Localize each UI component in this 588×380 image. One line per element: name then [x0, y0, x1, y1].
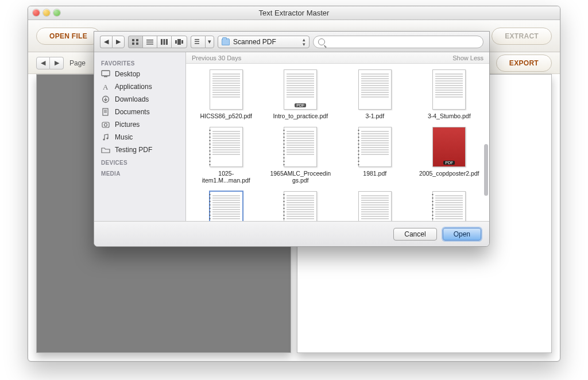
desktop-icon: [101, 70, 110, 78]
file-tile[interactable]: 1981.pdf: [338, 125, 412, 187]
svg-rect-7: [161, 39, 163, 45]
file-thumbnail: [210, 69, 243, 110]
file-name: 3-1.pdf: [362, 112, 388, 120]
export-button[interactable]: EXPORT: [496, 55, 552, 72]
svg-rect-16: [102, 71, 110, 76]
view-switch: [128, 36, 187, 48]
search-input[interactable]: [328, 38, 478, 46]
section-header-label: Previous 30 Days: [192, 55, 241, 61]
sidebar-item-label: Testing PDF: [115, 146, 152, 154]
svg-rect-1: [136, 39, 138, 41]
file-thumbnail: [210, 191, 243, 221]
svg-rect-2: [132, 42, 134, 45]
sidebar-item-label: Applications: [115, 83, 152, 91]
file-grid: HICSS86_p520.pdfPDFIntro_to_practice.pdf…: [189, 67, 486, 221]
forward-button[interactable]: ▶: [112, 36, 125, 48]
svg-rect-12: [181, 40, 183, 44]
arrange-button[interactable]: [191, 36, 205, 48]
file-tile[interactable]: PDFAaronPodeyEvaluation.pdf: [338, 189, 412, 221]
zoom-window-button[interactable]: [53, 9, 60, 16]
file-tile[interactable]: PDFIntro_to_practice.pdf: [264, 67, 338, 122]
scrollbar-thumb[interactable]: [484, 144, 488, 196]
file-tile[interactable]: 2013-01-15 AACTOR.pdf: [189, 189, 263, 221]
file-thumbnail: [284, 191, 317, 221]
search-field[interactable]: [313, 36, 483, 48]
sidebar-item-music[interactable]: Music: [94, 131, 185, 144]
column-view-button[interactable]: [157, 36, 171, 48]
sidebar-item-label: Desktop: [115, 70, 140, 78]
list-view-button[interactable]: [142, 36, 157, 48]
svg-rect-15: [195, 43, 199, 44]
file-thumbnail: [432, 191, 466, 221]
file-list: Previous 30 Days Show Less HICSS86_p520.…: [186, 52, 489, 221]
file-name: 1965AMLC_Proceedings.pdf: [266, 169, 335, 184]
history-nav: ◀ ▶: [100, 36, 125, 48]
back-button[interactable]: ◀: [100, 36, 112, 48]
svg-rect-8: [164, 39, 165, 45]
svg-point-22: [105, 123, 107, 126]
dialog-footer: Cancel Open: [94, 221, 489, 246]
extract-button[interactable]: EXTRACT: [492, 28, 552, 45]
sidebar-item-documents[interactable]: Documents: [94, 106, 185, 118]
open-button[interactable]: Open: [443, 228, 481, 241]
applications-icon: A: [101, 83, 110, 91]
app-title: Text Extractor Master: [259, 9, 330, 17]
sidebar-item-pictures[interactable]: Pictures: [94, 118, 185, 131]
documents-icon: [101, 108, 110, 116]
file-name: 3-4_Stumbo.pdf: [424, 112, 474, 120]
sidebar-item-testing-pdf[interactable]: Testing PDF: [94, 144, 185, 156]
svg-rect-9: [166, 39, 168, 45]
list-icon: [146, 39, 153, 45]
svg-point-24: [106, 137, 108, 139]
arrange-icon: [195, 39, 202, 45]
file-tile[interactable]: 3-1.pdf: [338, 67, 412, 122]
svg-rect-4: [146, 40, 153, 41]
open-file-button[interactable]: OPEN FILE: [36, 28, 100, 45]
file-tile[interactable]: 1965AMLC_Proceedings.pdf: [264, 125, 338, 187]
file-scroll[interactable]: HICSS86_p520.pdfPDFIntro_to_practice.pdf…: [186, 64, 489, 221]
arrange-menu-button[interactable]: ▾: [205, 36, 214, 48]
svg-rect-21: [102, 122, 109, 127]
sidebar-item-downloads[interactable]: Downloads: [94, 93, 185, 106]
file-tile[interactable]: 1025-item1.M...man.pdf: [189, 125, 263, 187]
icon-view-button[interactable]: [128, 36, 142, 48]
sidebar: FAVORITES Desktop A Applications Downloa…: [94, 52, 186, 221]
folder-icon: [101, 146, 110, 154]
show-less-link[interactable]: Show Less: [452, 55, 483, 61]
open-file-dialog: ◀ ▶ ▾ Scanned PDF ▴▾: [94, 31, 490, 247]
file-tile[interactable]: PDF2005_copdposter2.pdf: [413, 125, 486, 187]
file-tile[interactable]: 42793996.pdf: [264, 189, 338, 221]
pictures-icon: [101, 121, 110, 129]
sidebar-item-desktop[interactable]: Desktop: [94, 68, 185, 80]
minimize-window-button[interactable]: [43, 9, 50, 16]
file-tile[interactable]: ac91-77_GA_CDR.pdf: [413, 189, 486, 221]
scrollbar[interactable]: [483, 121, 488, 195]
file-thumbnail: PDF: [284, 69, 317, 110]
file-thumbnail: [210, 127, 243, 167]
window-controls: [33, 9, 60, 16]
popup-arrows-icon: ▴▾: [303, 37, 305, 46]
sidebar-item-applications[interactable]: A Applications: [94, 80, 185, 93]
file-tile[interactable]: HICSS86_p520.pdf: [189, 67, 263, 122]
svg-rect-5: [146, 41, 153, 42]
cancel-button[interactable]: Cancel: [393, 228, 436, 241]
file-tile[interactable]: 3-4_Stumbo.pdf: [413, 67, 486, 122]
file-thumbnail: [284, 127, 317, 167]
svg-rect-17: [104, 76, 107, 77]
sidebar-item-label: Pictures: [115, 121, 140, 129]
page-prev-button[interactable]: ◀: [36, 57, 50, 69]
svg-rect-10: [175, 40, 177, 44]
svg-text:A: A: [103, 83, 109, 91]
titlebar[interactable]: Text Extractor Master: [28, 6, 560, 20]
page-next-button[interactable]: ▶: [50, 57, 64, 69]
coverflow-view-button[interactable]: [171, 36, 187, 48]
svg-rect-0: [132, 39, 134, 41]
file-name: Intro_to_practice.pdf: [269, 112, 331, 120]
file-name: 1025-item1.M...man.pdf: [192, 169, 261, 184]
music-icon: [101, 133, 110, 141]
sidebar-item-label: Documents: [115, 108, 150, 116]
favorites-section-label: FAVORITES: [94, 57, 185, 68]
dialog-body: FAVORITES Desktop A Applications Downloa…: [94, 52, 489, 221]
path-popup[interactable]: Scanned PDF ▴▾: [218, 36, 310, 48]
close-window-button[interactable]: [33, 9, 40, 16]
